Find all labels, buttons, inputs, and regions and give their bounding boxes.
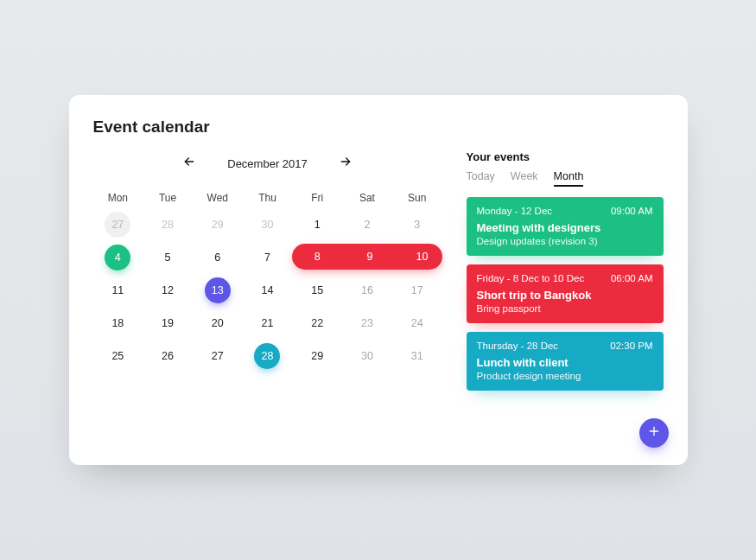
event-time: 02:30 PM <box>610 340 652 351</box>
weekday-label: Sat <box>342 192 392 204</box>
calendar-header: December 2017 <box>93 150 442 176</box>
event-card[interactable]: Monday - 12 Dec09:00 AMMeeting with desi… <box>467 197 664 256</box>
month-label: December 2017 <box>227 157 308 170</box>
events-panel-title: Your events <box>467 150 664 163</box>
calendar-day[interactable]: 14 <box>243 277 293 304</box>
weekday-header: MonTueWedThuFriSatSun <box>93 192 442 204</box>
event-card[interactable]: Thursday - 28 Dec02:30 PMLunch with clie… <box>467 332 664 391</box>
weekday-label: Wed <box>193 192 243 204</box>
tab-today[interactable]: Today <box>467 170 495 187</box>
calendar-day[interactable]: 2 <box>342 211 392 239</box>
calendar-day[interactable]: 27 <box>93 211 143 239</box>
calendar-day[interactable]: 31 <box>392 342 442 370</box>
event-card[interactable]: Friday - 8 Dec to 10 Dec06:00 AMShort tr… <box>467 264 664 323</box>
weekday-label: Mon <box>93 192 143 204</box>
calendar-day[interactable]: 29 <box>193 211 243 239</box>
tab-week[interactable]: Week <box>511 170 538 187</box>
next-month-button[interactable] <box>337 155 354 172</box>
calendar-day[interactable]: 15 <box>292 277 342 304</box>
calendar-day[interactable]: 30 <box>243 211 293 239</box>
calendar-section: December 2017 MonTueWedThuFriSatSun 2728… <box>93 150 442 446</box>
date-range-marker[interactable]: 8910 <box>292 244 442 270</box>
calendar-day[interactable]: 25 <box>93 342 143 370</box>
date-range-day: 8 <box>304 251 330 263</box>
date-range-day: 10 <box>410 251 435 263</box>
page-title: Event calendar <box>93 118 664 137</box>
event-card-meta: Monday - 12 Dec09:00 AM <box>477 206 653 216</box>
event-card-meta: Friday - 8 Dec to 10 Dec06:00 AM <box>477 273 653 283</box>
calendar-day[interactable]: 17 <box>392 277 442 304</box>
event-date: Monday - 12 Dec <box>477 206 553 216</box>
event-subtitle: Product design meeting <box>477 371 653 381</box>
card-body: December 2017 MonTueWedThuFriSatSun 2728… <box>93 150 664 446</box>
event-list: Monday - 12 Dec09:00 AMMeeting with desi… <box>467 197 664 391</box>
event-date: Thursday - 28 Dec <box>477 340 559 351</box>
weekday-label: Tue <box>143 192 193 204</box>
calendar-grid: 2728293012345678910111213141516171819202… <box>93 211 442 370</box>
calendar-day[interactable]: 24 <box>392 309 442 337</box>
calendar-card: Event calendar December 2017 MonTueWedTh… <box>69 95 688 465</box>
calendar-day[interactable]: 26 <box>143 342 193 370</box>
calendar-day-marker: 27 <box>105 212 130 238</box>
event-time: 09:00 AM <box>611 206 653 216</box>
calendar-day[interactable]: 4 <box>93 244 143 271</box>
weekday-label: Thu <box>243 192 293 204</box>
event-title: Meeting with designers <box>477 221 653 234</box>
date-range-day: 9 <box>357 251 383 263</box>
arrow-left-icon <box>182 155 196 172</box>
add-event-button[interactable] <box>639 418 669 448</box>
calendar-day[interactable]: 3 <box>392 211 442 239</box>
calendar-day-marker: 13 <box>205 277 231 303</box>
calendar-day[interactable]: 1 <box>292 211 342 239</box>
calendar-day[interactable]: 20 <box>193 309 243 337</box>
arrow-right-icon <box>339 155 353 172</box>
calendar-day[interactable]: 23 <box>342 309 392 337</box>
calendar-day[interactable]: 28 <box>143 211 193 239</box>
calendar-day[interactable]: 16 <box>342 277 392 304</box>
calendar-day[interactable]: 30 <box>342 342 392 370</box>
event-card-meta: Thursday - 28 Dec02:30 PM <box>477 340 653 351</box>
event-tabs: TodayWeekMonth <box>467 170 664 187</box>
weekday-label: Sun <box>392 192 442 204</box>
event-title: Short trip to Bangkok <box>477 289 653 302</box>
tab-month[interactable]: Month <box>554 170 584 187</box>
prev-month-button[interactable] <box>181 155 198 172</box>
calendar-day[interactable]: 28 <box>243 342 293 370</box>
calendar-day[interactable]: 12 <box>143 277 193 304</box>
event-date: Friday - 8 Dec to 10 Dec <box>477 273 585 283</box>
calendar-day[interactable]: 7 <box>243 244 293 271</box>
calendar-day[interactable]: 27 <box>193 342 243 370</box>
calendar-day[interactable]: 5 <box>143 244 193 271</box>
events-panel: Your events TodayWeekMonth Monday - 12 D… <box>467 150 664 446</box>
event-subtitle: Design updates (revision 3) <box>477 236 653 246</box>
calendar-day[interactable]: 19 <box>143 309 193 337</box>
weekday-label: Fri <box>292 192 342 204</box>
event-title: Lunch with client <box>477 356 653 369</box>
event-subtitle: Bring passport <box>477 303 653 314</box>
calendar-day[interactable]: 6 <box>193 244 243 271</box>
calendar-day-marker: 4 <box>105 245 130 270</box>
calendar-day[interactable]: 18 <box>93 309 143 337</box>
calendar-day[interactable]: 11 <box>93 277 143 304</box>
calendar-day[interactable]: 13 <box>193 277 243 304</box>
calendar-day[interactable]: 21 <box>243 309 293 337</box>
plus-icon <box>647 424 661 442</box>
calendar-day[interactable]: 29 <box>292 342 342 370</box>
calendar-day-marker: 28 <box>254 343 280 369</box>
event-time: 06:00 AM <box>611 273 653 283</box>
calendar-day[interactable]: 22 <box>292 309 342 337</box>
